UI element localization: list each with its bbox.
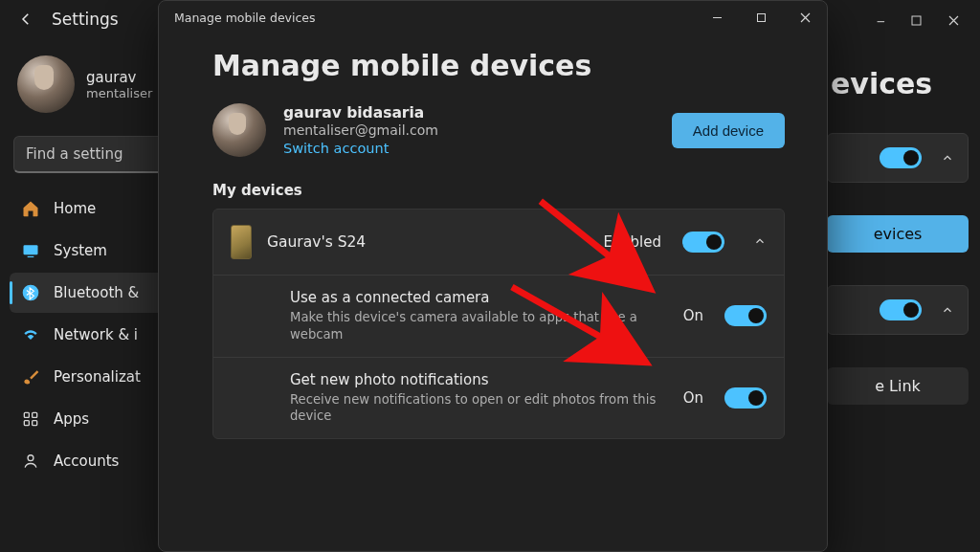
profile-email: mentaliser (86, 86, 152, 100)
nav-label: Apps (54, 410, 89, 428)
switch-account-link[interactable]: Switch account (283, 141, 655, 156)
person-icon (21, 452, 40, 471)
nav-label: Accounts (54, 453, 119, 470)
account-avatar (212, 103, 266, 157)
close-button[interactable] (783, 1, 827, 33)
svg-rect-9 (757, 13, 765, 21)
wifi-icon (21, 325, 40, 344)
dialog-window-title: Manage mobile devices (174, 11, 695, 25)
nav-label: Network & i (54, 326, 138, 343)
row-text: Use as a connected camera Make this devi… (290, 289, 668, 343)
device-enabled-toggle[interactable] (682, 232, 724, 253)
system-icon (21, 241, 40, 260)
account-email: mentaliser@gmail.com (283, 122, 655, 138)
home-icon (21, 199, 40, 218)
connected-camera-toggle[interactable] (724, 305, 767, 326)
brush-icon (21, 367, 40, 386)
device-header[interactable]: Gaurav's S24 Enabled (213, 210, 784, 275)
bg-window-controls: ─ (827, 10, 969, 34)
state-label: On (683, 307, 703, 324)
connected-camera-row: Use as a connected camera Make this devi… (213, 275, 784, 357)
bg-button-fragment[interactable]: evices (827, 215, 969, 253)
nav-label: System (54, 242, 107, 259)
account-row: gaurav bidasaria mentaliser@gmail.com Sw… (212, 103, 785, 157)
account-text: gaurav bidasaria mentaliser@gmail.com Sw… (283, 104, 655, 156)
manage-devices-dialog: Manage mobile devices Manage mobile devi… (158, 0, 828, 552)
apps-icon (21, 409, 40, 429)
add-device-button[interactable]: Add device (672, 113, 785, 148)
back-arrow-icon[interactable] (17, 11, 34, 28)
nav-label: Home (54, 200, 96, 217)
state-label: On (683, 389, 703, 407)
svg-rect-3 (24, 412, 29, 417)
dialog-body: Manage mobile devices gaurav bidasaria m… (159, 33, 827, 551)
phone-icon (231, 225, 252, 259)
bluetooth-icon (21, 283, 40, 302)
row-desc: Receive new notifications to open or edi… (290, 391, 668, 426)
toggle[interactable] (880, 147, 922, 168)
bg-card-toggle-2[interactable] (827, 285, 969, 335)
profile-text: gaurav mentaliser (86, 69, 152, 100)
photo-notifications-toggle[interactable] (724, 387, 767, 408)
avatar (17, 55, 75, 113)
svg-rect-1 (28, 256, 34, 257)
bg-card-toggle[interactable] (827, 133, 969, 183)
dialog-heading: Manage mobile devices (212, 49, 785, 82)
dialog-titlebar: Manage mobile devices (159, 1, 827, 33)
row-text: Get new photo notifications Receive new … (290, 371, 668, 426)
row-title: Use as a connected camera (290, 289, 668, 306)
device-name: Gaurav's S24 (267, 233, 588, 251)
chevron-up-icon (941, 151, 954, 165)
svg-rect-5 (24, 421, 29, 426)
bg-close-icon[interactable] (948, 15, 959, 29)
svg-rect-8 (912, 16, 921, 25)
background-content: ─ evices evices e Link (827, 0, 980, 552)
row-desc: Make this device's camera available to a… (290, 309, 668, 343)
my-devices-label: My devices (212, 182, 785, 199)
svg-rect-6 (33, 421, 37, 426)
bg-heading-fragment: evices (827, 67, 969, 100)
svg-point-7 (28, 455, 33, 461)
device-card: Gaurav's S24 Enabled Use as a connected … (212, 209, 785, 439)
enabled-label: Enabled (603, 233, 661, 251)
photo-notifications-row: Get new photo notifications Receive new … (213, 357, 784, 439)
row-title: Get new photo notifications (290, 371, 668, 388)
bg-minimize-icon[interactable]: ─ (878, 15, 884, 29)
account-name: gaurav bidasaria (283, 104, 655, 121)
svg-rect-0 (24, 245, 38, 254)
minimize-button[interactable] (695, 1, 739, 33)
chevron-up-icon (941, 303, 954, 317)
profile-name: gaurav (86, 69, 152, 86)
chevron-up-icon[interactable] (753, 233, 767, 252)
nav-label: Personalizat (54, 368, 141, 386)
nav-label: Bluetooth & (54, 284, 139, 301)
settings-title: Settings (52, 10, 119, 29)
maximize-button[interactable] (739, 1, 783, 33)
bg-maximize-icon[interactable] (911, 15, 922, 29)
window-controls (695, 1, 827, 33)
bg-link-fragment[interactable]: e Link (827, 367, 969, 405)
svg-rect-4 (33, 412, 37, 417)
toggle[interactable] (880, 299, 922, 320)
